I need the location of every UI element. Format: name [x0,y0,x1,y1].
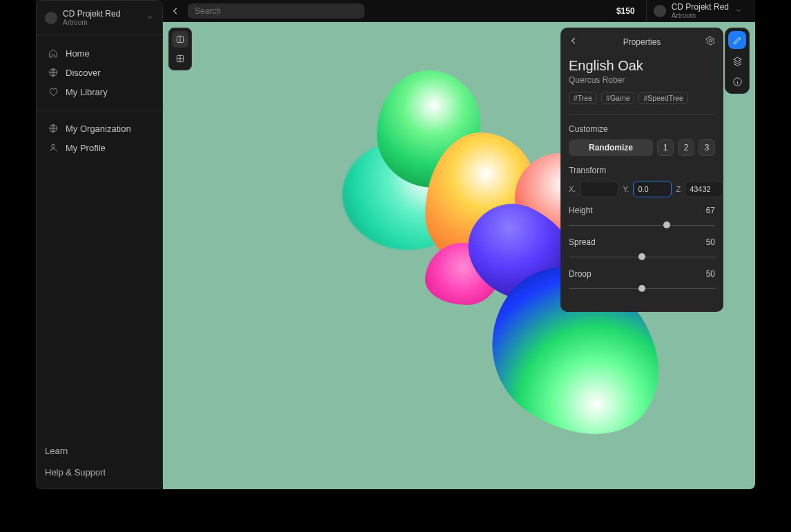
slider-track[interactable] [569,284,715,293]
tag[interactable]: #Tree [569,92,597,104]
customize-label: Customize [569,124,715,134]
canvas[interactable]: Properties English Oak Quercus Rober #Tr… [163,22,755,489]
globe-icon [48,123,59,134]
panel-title: Properties [623,37,661,47]
sidebar-item-organization[interactable]: My Organization [37,119,162,138]
slider-label: Droop [569,269,592,279]
asset-subtitle: Quercus Rober [569,75,715,85]
properties-panel: Properties English Oak Quercus Rober #Tr… [560,28,723,312]
heart-icon [48,86,59,97]
canvas-tools [168,28,192,70]
slider-label: Height [569,206,593,215]
slider-value: 67 [706,206,715,215]
axis-y-label: Y. [623,185,629,193]
sidebar-item-library[interactable]: My Library [37,82,162,101]
chevron-down-icon [146,12,154,24]
org-subtitle: Artroom [672,12,729,19]
asset-name: English Oak [569,58,715,74]
sidebar-item-profile[interactable]: My Profile [37,138,162,157]
back-button[interactable] [168,4,182,18]
home-icon [48,48,59,59]
gear-icon[interactable] [705,36,715,48]
sidebar-item-label: My Library [66,87,108,97]
layers-tab[interactable] [728,52,746,70]
user-icon [48,142,59,153]
viewport-shading-button[interactable] [172,31,188,48]
tag[interactable]: #Game [601,92,634,104]
learn-link[interactable]: Learn [45,443,154,459]
svg-point-2 [52,144,55,148]
right-rail [725,28,750,94]
avatar [45,12,57,24]
panel-back-button[interactable] [569,36,578,48]
slider-value: 50 [706,269,715,279]
org-name: CD Projekt Red [63,9,140,19]
topbar: $150 CD Projekt Red Artroom [163,0,755,22]
sidebar-item-discover[interactable]: Discover [37,63,162,82]
top-org-switcher[interactable]: CD Projekt Red Artroom [646,0,750,21]
avatar [654,5,666,17]
sidebar-item-home[interactable]: Home [37,43,162,63]
slider-thumb[interactable] [638,285,645,292]
slider-thumb[interactable] [663,221,670,228]
preset-1-button[interactable]: 1 [657,139,674,156]
sidebar-item-label: Home [66,48,90,59]
preset-3-button[interactable]: 3 [699,139,715,156]
slider-label: Spread [569,237,596,247]
tag[interactable]: #SpeedTree [638,92,687,104]
edit-tab[interactable] [728,31,746,49]
sidebar-item-label: Discover [66,68,101,78]
sidebar-item-label: My Organization [66,124,131,134]
chevron-down-icon [734,5,743,17]
svg-point-6 [709,39,712,42]
axis-x-label: X. [569,185,576,193]
slider-track[interactable] [569,221,715,229]
randomize-button[interactable]: Randomize [569,139,653,156]
info-tab[interactable] [728,72,746,90]
axis-y-input[interactable] [633,181,672,197]
search-input[interactable] [188,3,364,19]
sidebar-item-label: My Profile [66,143,106,153]
slider-thumb[interactable] [638,253,645,260]
tags: #Tree #Game #SpeedTree [569,92,715,104]
slider-value: 50 [706,237,715,247]
org-subtitle: Artroom [63,19,140,26]
help-link[interactable]: Help & Support [45,464,154,480]
credits: $150 [611,6,641,16]
slider-spread: Spread 50 [569,237,715,261]
slider-height: Height 67 [569,206,715,229]
slider-droop: Droop 50 [569,269,715,293]
transform-label: Transform [569,166,715,175]
org-name: CD Projekt Red [672,2,729,12]
preset-2-button[interactable]: 2 [678,139,694,156]
axis-z-label: Z [676,185,681,193]
globe-icon [48,67,59,78]
axis-z-input[interactable] [685,181,723,197]
org-switcher[interactable]: CD Projekt Red Artroom [37,6,162,35]
axis-x-input[interactable] [580,181,618,197]
grid-button[interactable] [172,50,188,67]
sidebar: CD Projekt Red Artroom Home Discover My … [36,0,163,489]
slider-track[interactable] [569,253,715,261]
